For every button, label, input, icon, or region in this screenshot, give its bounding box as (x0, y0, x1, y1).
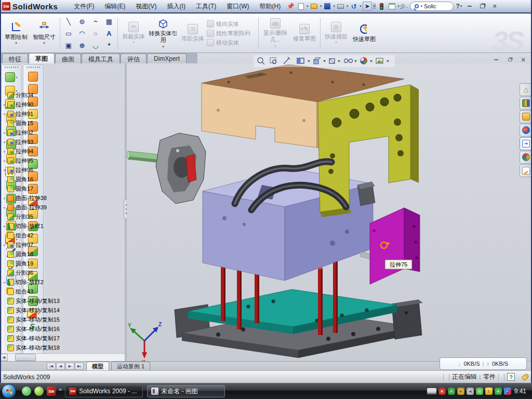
new-document-button[interactable] (296, 2, 305, 11)
search-box[interactable]: ▾ Solic (410, 2, 454, 11)
sketch-entity-button[interactable]: ~ (89, 16, 102, 28)
task-pane-tab[interactable]: ⌂ (520, 83, 532, 96)
feature-tree-item[interactable]: 圆角19 (2, 259, 72, 268)
sketch-entity-button[interactable]: ○ (89, 28, 102, 39)
expand-arrow-icon[interactable]: ▸ (2, 196, 7, 201)
expand-arrow-icon[interactable]: ▸ (2, 224, 7, 229)
feature-tree-item[interactable]: ▸切除-放样2 (2, 277, 72, 287)
sketch-entity-button[interactable]: ▭ (62, 28, 75, 39)
expand-arrow-icon[interactable]: ▸ (2, 112, 7, 116)
expand-arrow-icon[interactable]: ▸ (2, 102, 7, 107)
select-dropdown[interactable]: ▾ (373, 4, 376, 9)
sketch-entity-button[interactable]: A (102, 28, 116, 39)
feature-tree-item[interactable]: ▸拉伸92 (2, 128, 72, 137)
expand-arrow-icon[interactable]: ▸ (2, 140, 7, 144)
close-button[interactable]: × (489, 3, 500, 10)
commandmanager-tab[interactable]: 草图 (29, 53, 55, 63)
feature-tree-item[interactable]: 实体-移动/复制14 (2, 305, 72, 315)
feature-tree-item[interactable]: 组合42 (2, 231, 72, 240)
tab-nav-button[interactable]: ▶| (75, 363, 84, 370)
heads-up-view-toolbar[interactable] (254, 55, 395, 67)
sketch-entity-button[interactable]: ⊕ (75, 39, 89, 51)
rapid-sketch-button[interactable]: 快速草图 (350, 15, 378, 51)
traffic-light-icon[interactable] (377, 2, 386, 11)
task-pane-tab[interactable]: ➜ (520, 137, 532, 150)
expand-arrow-icon[interactable]: ▸ (2, 205, 7, 210)
doc-close-button[interactable]: × (518, 56, 528, 63)
feature-tree-item[interactable]: 圆角18 (2, 249, 72, 259)
expand-arrow-icon[interactable]: ▸ (2, 243, 7, 247)
feature-tree-item[interactable]: 实体-移动/复制15 (2, 315, 72, 324)
undo-button[interactable]: ↺ (349, 2, 358, 11)
feature-tree-item[interactable]: ▸拉伸95 (2, 156, 72, 165)
options-list-button[interactable] (387, 2, 396, 11)
hscroll-thumb[interactable] (15, 354, 36, 361)
feature-tree-item[interactable]: 圆角15 (2, 118, 72, 128)
toolbar-button[interactable] (28, 70, 38, 83)
feature-tree-item[interactable]: 分割34 (2, 90, 72, 100)
tab-nav-button[interactable]: ◀ (56, 363, 65, 370)
graphics-viewport[interactable]: Y Z X 拉伸75 ⌂➜ (127, 63, 532, 361)
open-button[interactable] (310, 2, 319, 11)
commandmanager-tab[interactable]: 曲面 (55, 54, 81, 63)
stack-tool-button[interactable]: 镜向实体 (207, 20, 257, 28)
taskbar-clock[interactable]: 9:41 (514, 388, 526, 395)
offset-entities-button[interactable]: ⊃ 等距实体 (179, 15, 207, 51)
stack-tool-button[interactable]: 线性草图阵列 (207, 30, 257, 37)
menu-item[interactable]: 视图(V) (131, 1, 162, 12)
clamp-section-part[interactable] (156, 133, 206, 204)
scroll-left-button[interactable]: ◀ (0, 354, 8, 361)
feature-tree-item[interactable]: ▸拉伸94 (2, 147, 72, 156)
convert-entities-button[interactable]: 转换实体引用▾ (148, 15, 179, 51)
trim-entities-button[interactable]: ✂ 剪裁实体▾ (119, 15, 148, 51)
restore-button[interactable] (477, 3, 487, 10)
feature-tree-item[interactable]: ▸切除-放样1 (2, 221, 72, 231)
quicklaunch-expand-chevron[interactable]: » (59, 386, 62, 392)
start-button[interactable] (2, 384, 16, 398)
feature-tree-item[interactable]: 分割35 (2, 212, 72, 221)
model-tab[interactable]: 运动算例 1 (111, 362, 150, 370)
options-dropdown[interactable]: ▾ (397, 4, 400, 8)
tab-nav-button[interactable]: ▶ (65, 363, 74, 370)
help-dropdown[interactable]: ▾ (460, 4, 462, 8)
media-quicklaunch-icon[interactable] (34, 387, 44, 396)
expand-arrow-icon[interactable]: ▸ (2, 280, 7, 285)
network-speed-widget[interactable]: ↓ 0KB/S | ↑ 0KB/S (440, 357, 527, 370)
messenger-quicklaunch-icon[interactable] (22, 387, 31, 396)
model-tab[interactable]: 模型 (86, 362, 109, 370)
tags-icon[interactable] (522, 373, 530, 381)
menu-item[interactable]: 编辑(E) (100, 1, 130, 12)
status-help-button[interactable]: ? (507, 373, 515, 381)
feature-tree-item[interactable]: ▸拉伸96 (2, 165, 72, 175)
feature-tree-item[interactable]: 实体-移动/复制16 (2, 324, 72, 334)
tray-icon[interactable]: ✓ (448, 388, 455, 395)
feature-tree-item[interactable]: ▸拉伸91 (2, 109, 72, 118)
save-button[interactable] (323, 2, 332, 11)
tray-icon[interactable]: ! (485, 388, 493, 395)
task-pane-tab[interactable] (520, 164, 532, 177)
toolbar-overflow[interactable]: 少.. (400, 3, 408, 10)
solidworks-quicklaunch-icon[interactable]: SW (47, 387, 56, 396)
commandmanager-tab[interactable]: 特征 (2, 54, 28, 63)
task-pane-tab[interactable] (520, 151, 532, 164)
save-dropdown[interactable]: ▾ (333, 4, 335, 8)
tray-icon[interactable] (427, 388, 436, 394)
undo-dropdown[interactable]: ▾ (360, 4, 362, 8)
menu-item[interactable]: 帮助(H) (255, 1, 286, 12)
feature-tree-item[interactable]: 实体-移动/复制17 (2, 334, 72, 343)
expand-arrow-icon[interactable]: ▸ (2, 130, 7, 135)
sketch-entity-button[interactable]: ◠ (75, 28, 89, 39)
feature-tree-item[interactable]: 分割36 (2, 268, 72, 277)
expand-arrow-icon[interactable]: ▸ (2, 168, 7, 172)
sketch-entity-button[interactable]: ╲ (62, 16, 75, 28)
pin-icon[interactable]: 📌 (286, 2, 295, 11)
commandmanager-tab[interactable]: 模具工具 (82, 54, 120, 63)
search-scope-dropdown[interactable]: ▾ (420, 4, 422, 8)
menu-item[interactable]: 插入(I) (163, 1, 190, 12)
tray-icon[interactable]: ◄ (467, 388, 474, 395)
feature-tree-item[interactable]: 圆角16 (2, 175, 72, 184)
help-button[interactable]: ? (456, 3, 459, 10)
menu-item[interactable]: 工具(T) (191, 1, 221, 12)
doc-minimize-button[interactable] (491, 56, 501, 63)
repair-sketch-button[interactable]: +✎ 修复草图 (290, 15, 318, 51)
